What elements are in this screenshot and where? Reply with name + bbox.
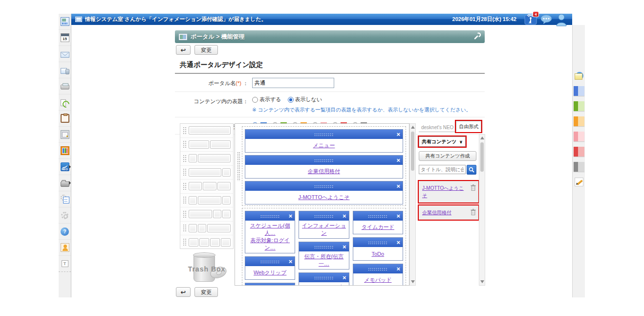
chat-bubble-icon[interactable] xyxy=(540,14,553,25)
close-icon[interactable]: × xyxy=(396,130,400,138)
close-icon[interactable]: × xyxy=(396,156,400,164)
radio-hide[interactable]: 表示しない xyxy=(288,96,322,103)
drag-handle-icon[interactable] xyxy=(183,210,187,218)
layout-template-row[interactable] xyxy=(180,194,233,208)
drag-handle-icon[interactable] xyxy=(183,155,187,162)
rail-pencil-tool[interactable] xyxy=(573,174,585,189)
close-icon[interactable]: × xyxy=(289,212,293,220)
drag-handle-icon[interactable] xyxy=(183,168,187,176)
block-drag-handle[interactable]: :::::::::: xyxy=(314,276,334,280)
sidebar-item-portal[interactable] xyxy=(59,14,71,30)
close-icon[interactable]: × xyxy=(289,284,293,286)
drag-handle-icon[interactable] xyxy=(183,140,187,148)
block-sublink[interactable]: 表示対象:ログイン… xyxy=(247,237,293,251)
block-drag-handle[interactable]: :::::::::: xyxy=(368,214,387,218)
close-icon[interactable]: × xyxy=(396,182,400,190)
block-link[interactable]: メモパッド xyxy=(364,276,391,284)
close-icon[interactable]: × xyxy=(396,238,400,247)
content-block-schedule[interactable]: ::::::::::× スケジュール(個人…表示対象:ログイン… xyxy=(245,211,295,253)
layout-template-row[interactable] xyxy=(180,207,233,222)
tab-free-format[interactable]: 自由形式 xyxy=(456,121,481,132)
block-link[interactable]: スケジュール(個人… xyxy=(247,222,293,237)
drag-handle-icon[interactable] xyxy=(183,182,187,190)
delete-trash-icon[interactable] xyxy=(471,209,476,216)
rail-color-orange[interactable] xyxy=(573,113,585,129)
sidebar-item-text-tool[interactable]: T xyxy=(59,256,71,272)
group-drag-handle-icon[interactable] xyxy=(237,152,240,181)
rail-note-tool[interactable] xyxy=(573,68,585,83)
rail-color-gray[interactable] xyxy=(573,159,585,174)
layout-template-row[interactable] xyxy=(180,152,233,166)
sidebar-item-document-sync[interactable] xyxy=(59,94,71,111)
content-block-todo[interactable]: ::::::::::× ToDo xyxy=(353,237,403,261)
content-block-memopad[interactable]: ::::::::::× メモパッド xyxy=(353,264,403,286)
layout-template-row[interactable] xyxy=(180,235,233,249)
block-link[interactable]: メニュー xyxy=(313,142,335,149)
content-block-message[interactable]: ::::::::::× 伝言・所在(伝言一… xyxy=(299,242,349,270)
sidebar-item-settings-list[interactable] xyxy=(59,191,71,207)
sidebar-item-settings[interactable] xyxy=(59,207,71,224)
search-input[interactable] xyxy=(419,165,466,174)
item-link[interactable]: J-MOTTOへようこそ xyxy=(422,184,465,199)
shared-content-item[interactable]: J-MOTTOへようこそ xyxy=(419,181,478,203)
sidebar-item-folder[interactable] xyxy=(59,175,71,191)
rail-color-green[interactable] xyxy=(573,98,585,113)
block-drag-handle[interactable]: :::::::::: xyxy=(314,133,334,136)
block-link[interactable]: インフォメーション xyxy=(301,222,346,237)
scroll-up-icon[interactable] xyxy=(411,126,415,129)
layout-template-row[interactable] xyxy=(180,138,233,152)
drag-handle-icon[interactable] xyxy=(183,196,187,204)
change-button[interactable]: 変更 xyxy=(194,45,218,55)
sidebar-item-help[interactable]: ? xyxy=(59,224,71,240)
block-drag-handle[interactable]: :::::::::: xyxy=(314,214,334,218)
close-icon[interactable]: × xyxy=(343,212,346,220)
close-icon[interactable]: × xyxy=(289,257,293,266)
delete-trash-icon[interactable] xyxy=(471,184,476,192)
sidebar-item-schedule[interactable]: 15 xyxy=(59,30,71,46)
block-drag-handle[interactable]: :::::::::: xyxy=(368,267,387,271)
search-button[interactable] xyxy=(467,165,476,175)
create-shared-content-button[interactable]: 共有コンテンツ作成 xyxy=(419,151,476,161)
rail-color-pink[interactable] xyxy=(573,129,585,144)
block-drag-handle[interactable]: :::::::::: xyxy=(314,245,334,249)
notification-message[interactable]: 情報システム室 さんから「インフォメーション添付確認」が届きました。 xyxy=(85,16,450,23)
content-block-bookmark[interactable]: ::::::::::× ブックマーク xyxy=(245,283,295,286)
block-link[interactable]: Webクリップ xyxy=(254,269,286,276)
layout-template-row[interactable] xyxy=(180,180,233,194)
sidebar-item-support[interactable] xyxy=(59,240,71,256)
block-drag-handle[interactable]: :::::::::: xyxy=(260,260,280,264)
drag-handle-icon[interactable] xyxy=(183,238,187,246)
sidebar-item-mail-store[interactable] xyxy=(59,62,71,78)
rail-color-blue[interactable] xyxy=(573,83,585,98)
canvas-scrollbar[interactable] xyxy=(409,123,416,286)
sidebar-item-presentation[interactable] xyxy=(59,78,71,94)
alert-antenna-icon[interactable]: A 4 xyxy=(524,14,537,25)
shared-content-item[interactable]: 企業信用格付 xyxy=(419,205,478,220)
layout-template-row[interactable] xyxy=(180,124,233,138)
close-icon[interactable]: × xyxy=(396,265,400,273)
block-link[interactable]: タイムカード xyxy=(362,224,394,231)
block-drag-handle[interactable]: :::::::::: xyxy=(314,184,334,188)
item-link[interactable]: 企業信用格付 xyxy=(422,209,465,216)
block-link[interactable]: ToDo xyxy=(371,251,384,257)
change-button[interactable]: 変更 xyxy=(194,287,218,297)
back-button[interactable]: ↩ xyxy=(176,45,191,55)
rail-color-red[interactable] xyxy=(573,144,585,159)
sidebar-item-webmail[interactable] xyxy=(59,46,71,62)
close-icon[interactable]: × xyxy=(343,273,346,282)
drag-handle-icon[interactable] xyxy=(183,127,187,135)
content-block-information[interactable]: ::::::::::× インフォメーション xyxy=(299,211,349,239)
portal-name-input[interactable] xyxy=(252,78,334,88)
sidebar-item-cabinet[interactable] xyxy=(59,127,71,143)
user-profile-icon[interactable] xyxy=(556,13,568,26)
scroll-down-icon[interactable] xyxy=(480,280,484,283)
block-drag-handle[interactable]: :::::::::: xyxy=(314,158,334,162)
block-link[interactable]: 伝言・所在(伝言一… xyxy=(301,253,346,268)
content-block-rating[interactable]: ::::::::::× 企業信用格付 xyxy=(245,155,403,179)
tab-desknets-neo[interactable]: desknet's NEO xyxy=(419,123,456,132)
scroll-up-icon[interactable] xyxy=(480,136,484,139)
sidebar-item-clipboard[interactable] xyxy=(59,111,71,127)
layout-template-row[interactable] xyxy=(180,222,233,236)
radio-show[interactable]: 表示する xyxy=(252,96,281,103)
content-block-timecard[interactable]: ::::::::::× タイムカード xyxy=(353,211,403,234)
